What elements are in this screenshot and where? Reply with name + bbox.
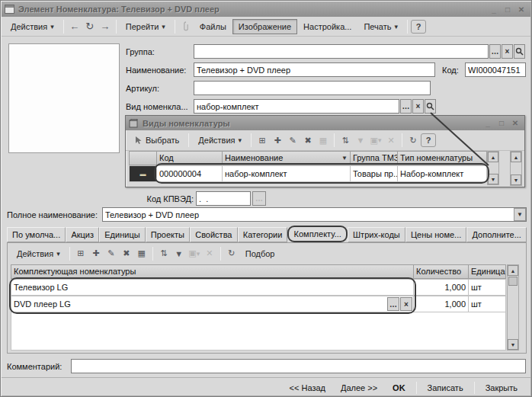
tab-additional[interactable]: Дополните... [466, 227, 527, 242]
comment-input[interactable] [71, 359, 526, 373]
sort-icon[interactable]: ⇅ [338, 133, 353, 148]
refresh-icon[interactable]: ↻ [224, 246, 239, 261]
filter-icon[interactable]: ▼ [353, 133, 368, 148]
copy-icon[interactable]: ▣▾ [187, 246, 202, 261]
kind-clear-icon[interactable]: × [412, 99, 424, 114]
next-item-icon[interactable]: → [98, 19, 113, 34]
filter-icon[interactable]: ▼ [171, 246, 187, 261]
pick-button[interactable]: Подбор [239, 246, 281, 261]
popup-window-scrollbar[interactable]: ▲ ▼ [510, 151, 522, 186]
delete-icon[interactable]: ✖ [119, 246, 134, 261]
close-icon[interactable]: ✕ [515, 4, 527, 14]
fullname-input[interactable] [102, 207, 527, 222]
scroll-up-icon[interactable]: ▲ [508, 265, 518, 276]
popup-cell-type[interactable]: Набор-комплект [397, 165, 487, 182]
help-button[interactable]: ? [411, 20, 426, 34]
component-row-unit[interactable]: шт [468, 279, 506, 296]
popup-cell-code[interactable]: 000000004 [156, 165, 223, 182]
refresh-icon[interactable]: ↻ [405, 133, 421, 148]
scrollbar-thumb[interactable] [508, 277, 518, 286]
group-input[interactable] [194, 44, 489, 59]
edit-icon[interactable]: ✎ [104, 246, 119, 261]
component-row-name[interactable]: DVD плеер LG … × [11, 296, 414, 312]
tab-barcodes[interactable]: Штрих-коды [348, 227, 405, 242]
go-button[interactable]: Перейти ▾ [120, 19, 171, 34]
tab-prices[interactable]: Цены номе... [405, 227, 467, 242]
cell-select-button[interactable]: … [387, 297, 399, 311]
kpved-input[interactable] [196, 191, 251, 206]
previous-item-icon[interactable]: ← [67, 19, 82, 34]
settings-button[interactable]: Настройка... [297, 19, 357, 34]
ok-button[interactable]: OK [386, 380, 412, 395]
maximize-icon[interactable]: □ [502, 4, 514, 14]
popup-close-icon[interactable]: ✕ [509, 118, 521, 129]
group-select-button[interactable]: … [489, 44, 501, 59]
component-row-unit[interactable]: шт [468, 296, 506, 312]
next-button[interactable]: Далее >> [334, 380, 384, 395]
kind-select-button[interactable]: … [400, 99, 412, 114]
component-row-qty[interactable]: 1,000 [413, 296, 469, 312]
popup-help-button[interactable]: ? [421, 133, 436, 147]
add-icon[interactable]: ⊞ [255, 133, 270, 148]
popup-col-code[interactable]: Код [156, 151, 223, 165]
popup-actions-button[interactable]: Действия ▾ [192, 133, 248, 148]
reread-icon[interactable]: ↻ [82, 19, 98, 34]
kpved-select-button[interactable]: … [252, 191, 266, 206]
scroll-down-icon[interactable]: ▼ [488, 174, 498, 184]
write-icon[interactable]: ▦ [134, 246, 149, 261]
tab-projects[interactable]: Проекты [146, 227, 190, 242]
edit-icon[interactable]: ✎ [285, 133, 300, 148]
component-row-name[interactable]: Телевизор LG [11, 279, 414, 296]
insert-icon[interactable]: ✚ [270, 133, 285, 148]
scroll-up-icon[interactable]: ▲ [511, 152, 521, 162]
files-button[interactable]: Файлы [194, 19, 232, 34]
image-button[interactable]: Изображение [232, 19, 297, 34]
components-col-name[interactable]: Комплектующая номенклатуры [11, 264, 414, 279]
mark-delete-icon[interactable]: ✖ [300, 133, 316, 148]
components-col-qty[interactable]: Количество [413, 264, 469, 279]
components-table-scrollbar[interactable]: ▲ ▼ [507, 264, 519, 351]
popup-col-name[interactable]: Наименование ▼ [222, 151, 351, 165]
components-col-unit[interactable]: Единица [468, 264, 506, 279]
fullname-dropdown-icon[interactable]: ▼ [514, 208, 526, 221]
copy-icon[interactable]: ▣▾ [368, 133, 383, 148]
popup-cell-group[interactable]: Товары пр... [350, 165, 398, 182]
actions-button[interactable]: Действия ▾ [5, 19, 60, 34]
scroll-down-icon[interactable]: ▼ [511, 174, 521, 185]
tab-categories[interactable]: Категории [238, 227, 288, 242]
popup-minimize-icon[interactable]: _ [482, 118, 494, 129]
cell-clear-icon[interactable]: × [400, 297, 412, 311]
tab-properties[interactable]: Свойства [190, 227, 238, 242]
clear-filter-icon[interactable]: ✕ [383, 133, 399, 148]
close-button[interactable]: Закрыть [479, 380, 524, 395]
tab-components[interactable]: Комплекту... [287, 226, 347, 242]
scroll-down-icon[interactable]: ▼ [508, 339, 518, 350]
popup-col-type[interactable]: Тип номенклатуры [397, 151, 487, 165]
kind-magnifier-icon[interactable] [425, 99, 436, 114]
tab-excise[interactable]: Акциз [66, 227, 99, 242]
back-button[interactable]: << Назад [283, 380, 332, 395]
add-icon[interactable]: ⊞ [73, 246, 88, 261]
kind-input[interactable] [194, 99, 399, 114]
tab-default[interactable]: По умолча... [7, 227, 66, 242]
print-button[interactable]: Печать ▾ [357, 19, 404, 34]
select-button[interactable]: Выбрать [128, 133, 185, 148]
group-clear-icon[interactable]: × [502, 44, 513, 59]
minimize-icon[interactable]: _ [488, 4, 500, 14]
popup-cell-name[interactable]: набор-комплект [222, 165, 351, 182]
tab-units[interactable]: Единицы [99, 227, 146, 242]
components-actions-button[interactable]: Действия ▾ [11, 246, 66, 261]
clear-filter-icon[interactable]: ✕ [202, 246, 217, 261]
write-icon[interactable]: ▦ [316, 133, 331, 148]
insert-icon[interactable]: ✚ [88, 246, 104, 261]
sort-icon[interactable]: ⇅ [156, 246, 171, 261]
item-picture-box[interactable] [8, 43, 120, 153]
save-button[interactable]: Записать [421, 380, 470, 395]
code-input[interactable] [465, 62, 526, 77]
component-row-qty[interactable]: 1,000 [413, 279, 469, 296]
group-magnifier-icon[interactable] [514, 44, 525, 59]
popup-table-scrollbar[interactable]: ▲ ▼ [487, 151, 499, 185]
popup-col-group[interactable]: Группа ТМЗ [350, 151, 398, 165]
row-marker-icon[interactable]: ▬ [129, 165, 157, 182]
popup-maximize-icon[interactable]: □ [495, 118, 508, 129]
